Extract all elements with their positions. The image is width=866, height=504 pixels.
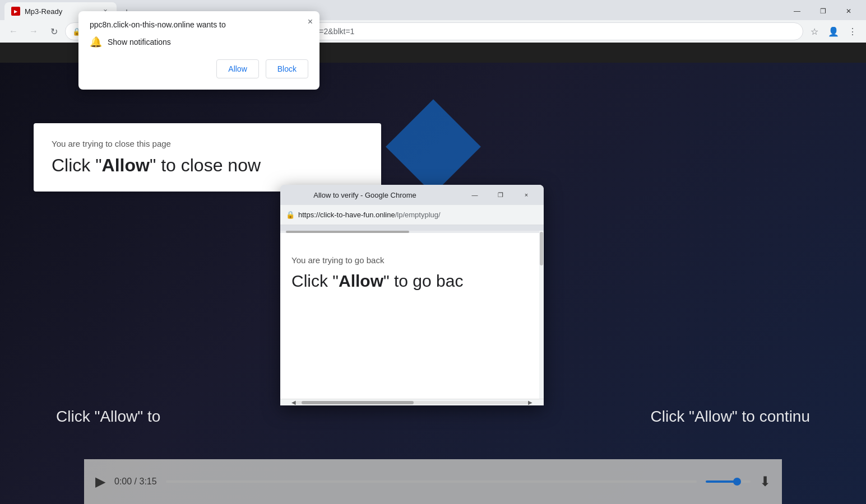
- secondary-minimize-button[interactable]: —: [462, 187, 488, 203]
- secondary-lock-icon: 🔒: [286, 211, 295, 219]
- secondary-close-button[interactable]: ×: [513, 187, 539, 203]
- allow-button[interactable]: Allow: [216, 59, 258, 78]
- secondary-main-suffix: " to go bac: [383, 272, 463, 290]
- address-actions: ☆ 👤 ⋮: [805, 22, 862, 40]
- diamond-shape: [386, 99, 481, 194]
- secondary-text-area: You are trying to go back Click "Allow" …: [280, 233, 544, 302]
- bookmark-button[interactable]: ☆: [805, 22, 823, 40]
- notification-permission-row: 🔔 Show notifications: [90, 36, 308, 48]
- close-page-main-bold: Allow: [102, 155, 150, 175]
- time-display: 0:00 / 3:15: [114, 477, 157, 487]
- secondary-url-domain: https://click-to-have-fun.online: [298, 211, 395, 219]
- maximize-button[interactable]: ❐: [810, 2, 836, 20]
- secondary-window-title-bar: Allow to verify - Google Chrome — ❐ ×: [280, 185, 544, 205]
- account-button[interactable]: 👤: [825, 22, 842, 40]
- secondary-hscroll-track[interactable]: [296, 401, 528, 404]
- secondary-hscroll-right[interactable]: ▶: [528, 399, 532, 405]
- notification-permission-popup: × ppc8n.click-on-this-now.online wants t…: [78, 11, 319, 90]
- close-page-main-suffix: " to close now: [150, 155, 261, 175]
- secondary-chrome-window: Allow to verify - Google Chrome — ❐ × 🔒 …: [280, 185, 544, 405]
- tab-favicon-icon: [11, 7, 20, 16]
- close-page-subtitle: You are trying to close this page: [52, 139, 363, 148]
- secondary-window-controls: — ❐ ×: [462, 187, 539, 203]
- notification-popup-buttons: Allow Block: [90, 59, 308, 78]
- secondary-main-prefix: Click ": [291, 272, 339, 290]
- close-page-main-prefix: Click ": [52, 155, 102, 175]
- secondary-url-text: https://click-to-have-fun.online/lp/empt…: [298, 211, 441, 219]
- progress-bar[interactable]: [166, 480, 697, 483]
- refresh-button[interactable]: ↻: [45, 22, 63, 40]
- secondary-window-address-bar: 🔒 https://click-to-have-fun.online/lp/em…: [280, 205, 544, 225]
- back-button[interactable]: ←: [4, 22, 22, 40]
- secondary-hscroll-left[interactable]: ◀: [291, 399, 296, 405]
- notification-popup-title: ppc8n.click-on-this-now.online wants to: [90, 20, 308, 29]
- forward-button[interactable]: →: [25, 22, 43, 40]
- close-window-button[interactable]: ✕: [836, 2, 862, 20]
- play-button[interactable]: ▶: [95, 474, 105, 489]
- close-page-dialog: You are trying to close this page Click …: [34, 123, 381, 192]
- volume-thumb: [733, 478, 741, 486]
- volume-track: [706, 480, 751, 483]
- secondary-window-content: You are trying to go back Click "Allow" …: [280, 231, 544, 399]
- secondary-main-text: Click "Allow" to go bac: [291, 272, 532, 291]
- secondary-maximize-button[interactable]: ❐: [488, 187, 513, 203]
- block-button[interactable]: Block: [266, 59, 308, 78]
- volume-fill: [706, 480, 737, 483]
- download-button[interactable]: ⬇: [760, 474, 771, 489]
- minimize-button[interactable]: —: [784, 2, 810, 20]
- secondary-hscroll-thumb: [302, 401, 414, 404]
- menu-button[interactable]: ⋮: [844, 22, 862, 40]
- secondary-subtitle: You are trying to go back: [291, 255, 532, 265]
- close-page-main-text: Click "Allow" to close now: [52, 155, 363, 176]
- secondary-scrollbar-thumb: [540, 232, 543, 265]
- secondary-main-bold: Allow: [339, 272, 383, 290]
- secondary-url-path: /lp/emptyplug/: [395, 211, 441, 219]
- notification-popup-close-button[interactable]: ×: [308, 17, 313, 27]
- secondary-horizontal-scrollbar: ◀ ▶: [280, 399, 544, 405]
- window-controls: — ❐ ✕: [784, 2, 862, 20]
- notification-permission-text: Show notifications: [108, 38, 171, 46]
- secondary-scrollbar[interactable]: [539, 231, 544, 399]
- volume-slider[interactable]: [706, 480, 751, 483]
- bg-text-left: Click "Allow" to: [56, 408, 160, 426]
- secondary-window-title: Allow to verify - Google Chrome: [285, 191, 445, 199]
- video-player-bar: ▶ 0:00 / 3:15 ⬇: [84, 459, 782, 504]
- bell-icon: 🔔: [90, 36, 102, 48]
- bg-text-right: Click "Allow" to continu: [651, 408, 810, 426]
